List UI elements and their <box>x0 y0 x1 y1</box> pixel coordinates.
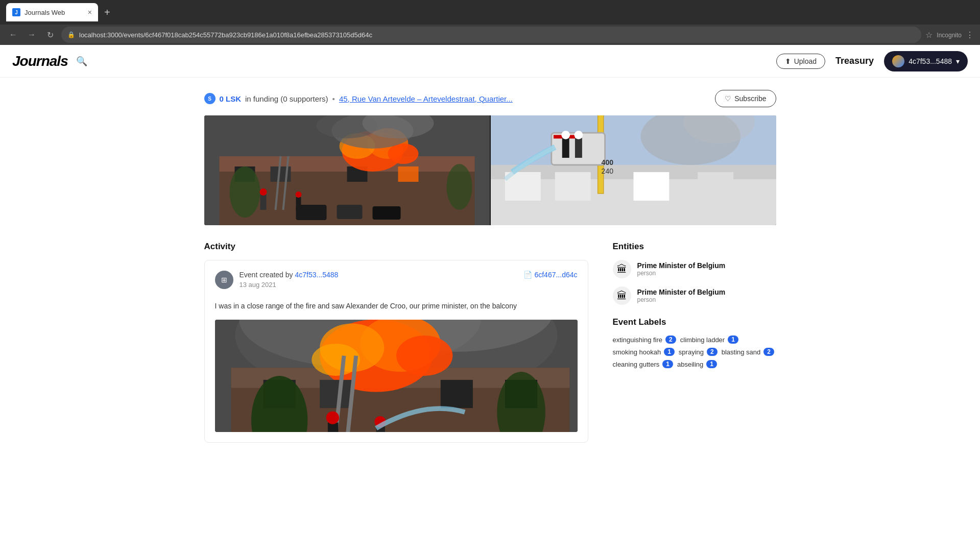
forward-button[interactable]: → <box>25 28 39 42</box>
browser-tab[interactable]: J Journals Web × <box>6 3 98 21</box>
search-icon[interactable]: 🔍 <box>76 56 87 67</box>
label-badge-0: 2 <box>665 336 676 344</box>
svg-text:400: 400 <box>601 158 613 166</box>
more-button[interactable]: ⋮ <box>966 30 974 40</box>
activity-avatar: ⊞ <box>215 271 233 289</box>
svg-rect-56 <box>320 380 352 408</box>
heart-icon: ♡ <box>725 94 731 103</box>
svg-rect-29 <box>555 172 590 201</box>
label-item-0[interactable]: extinguishing fire2 <box>613 336 676 344</box>
label-badge-3: 2 <box>707 348 718 356</box>
subscribe-label: Subscribe <box>734 94 766 103</box>
upload-icon: ⬆ <box>785 57 791 65</box>
label-item-6[interactable]: abseiling1 <box>677 360 717 368</box>
avatar-icon: ⊞ <box>221 276 227 284</box>
label-badge-1: 1 <box>728 336 738 344</box>
main-content: S 0 LSK in funding (0 supporters) • 45, … <box>184 78 797 455</box>
lsk-amount: 0 LSK <box>220 94 242 103</box>
lock-icon: 🔒 <box>67 31 75 38</box>
tab-close-btn[interactable]: × <box>88 8 92 16</box>
svg-rect-57 <box>440 380 472 408</box>
svg-point-14 <box>229 166 260 218</box>
activity-body: Event created by 4c7f53...5488 📄 6cf467.… <box>240 271 578 295</box>
reload-button[interactable]: ↻ <box>43 28 57 42</box>
svg-rect-30 <box>633 172 669 201</box>
creator-link[interactable]: 4c7f53...5488 <box>295 271 338 279</box>
subscribe-button[interactable]: ♡ Subscribe <box>715 90 776 107</box>
browser-actions: ☆ Incognito ⋮ <box>925 30 974 40</box>
funding-text: in funding (0 supporters) <box>245 94 328 103</box>
fire-scene-left <box>204 115 490 225</box>
svg-rect-38 <box>575 138 582 158</box>
svg-point-17 <box>259 188 267 196</box>
new-tab-btn[interactable]: + <box>104 7 110 18</box>
label-item-2[interactable]: smoking hookah1 <box>613 348 675 356</box>
back-button[interactable]: ← <box>6 28 20 42</box>
svg-point-15 <box>446 164 472 210</box>
app-logo[interactable]: Journals <box>12 53 68 69</box>
label-item-4[interactable]: blasting sand2 <box>722 348 774 356</box>
label-badge-4: 2 <box>763 348 774 356</box>
svg-point-37 <box>561 131 570 139</box>
address-bar[interactable]: 🔒 localhost:3000/events/6cf467f018cab254… <box>61 27 921 43</box>
activity-creator: Event created by 4c7f53...5488 <box>240 271 339 279</box>
entity-name-1: Prime Minister of Belgium <box>637 261 726 270</box>
entity-item-2: 🏛 Prime Minister of Belgium person <box>613 286 776 305</box>
browser-nav: ← → ↻ 🔒 localhost:3000/events/6cf467f018… <box>0 25 980 45</box>
activity-title: Activity <box>204 242 588 252</box>
svg-rect-6 <box>398 166 418 182</box>
doc-link[interactable]: 📄 6cf467...d64c <box>523 271 577 279</box>
label-item-1[interactable]: climbing ladder1 <box>680 336 738 344</box>
lsk-icon: S <box>204 93 216 104</box>
label-text-6: abseiling <box>677 361 703 368</box>
doc-icon: 📄 <box>523 271 532 279</box>
entities-title: Entities <box>613 242 776 252</box>
app-header: Journals 🔍 ⬆ Upload Treasury 4c7f53...54… <box>0 45 980 78</box>
label-text-3: spraying <box>679 348 704 356</box>
label-text-4: blasting sand <box>722 348 761 356</box>
activity-top: ⊞ Event created by 4c7f53...5488 📄 6cf46… <box>215 271 578 295</box>
entity-icon-1: 🏛 <box>613 260 631 278</box>
svg-point-10 <box>388 143 418 164</box>
svg-point-39 <box>574 131 583 139</box>
activity-section: Activity ⊞ Event created by 4c7f53...548… <box>204 242 588 443</box>
sidebar-section: Entities 🏛 Prime Minister of Belgium per… <box>613 242 776 443</box>
content-layout: Activity ⊞ Event created by 4c7f53...548… <box>204 242 776 443</box>
svg-point-53 <box>396 336 452 376</box>
location-link[interactable]: 45, Rue Van Artevelde – Arteveldestraat,… <box>339 94 513 103</box>
svg-rect-16 <box>260 195 266 210</box>
entity-icon-2: 🏛 <box>613 286 631 305</box>
label-badge-2: 1 <box>664 348 675 356</box>
wallet-chevron: ▾ <box>956 57 960 65</box>
star-button[interactable]: ☆ <box>925 30 933 40</box>
label-item-5[interactable]: cleaning gutters1 <box>613 360 673 368</box>
entity-info-2: Prime Minister of Belgium person <box>637 288 726 303</box>
activity-event-image <box>215 320 578 432</box>
entities-section: Entities 🏛 Prime Minister of Belgium per… <box>613 242 776 305</box>
upload-label: Upload <box>794 57 817 65</box>
incognito-label: Incognito <box>937 32 962 39</box>
gallery-image-right: 400 240 <box>491 115 776 225</box>
tab-title: Journals Web <box>25 9 84 16</box>
treasury-link[interactable]: Treasury <box>835 56 874 66</box>
incognito-button[interactable]: Incognito <box>937 30 962 39</box>
wallet-avatar <box>892 55 904 67</box>
entity-name-2: Prime Minister of Belgium <box>637 288 726 296</box>
labels-grid: extinguishing fire2climbing ladder1smoki… <box>613 336 776 368</box>
activity-card: ⊞ Event created by 4c7f53...5488 📄 6cf46… <box>204 260 588 443</box>
label-item-3[interactable]: spraying2 <box>679 348 718 356</box>
doc-link-text: 6cf467...d64c <box>534 271 577 279</box>
svg-point-19 <box>295 191 301 198</box>
upload-button[interactable]: ⬆ Upload <box>776 54 825 69</box>
entity-type-2: person <box>637 296 726 303</box>
event-labels-section: Event Labels extinguishing fire2climbing… <box>613 317 776 368</box>
svg-point-64 <box>326 411 339 424</box>
entity-item-1: 🏛 Prime Minister of Belgium person <box>613 260 776 278</box>
svg-rect-24 <box>372 206 400 220</box>
svg-rect-22 <box>296 205 326 220</box>
url-text: localhost:3000/events/6cf467f018cab254c5… <box>79 31 915 39</box>
activity-header: Event created by 4c7f53...5488 📄 6cf467.… <box>240 271 578 279</box>
svg-rect-36 <box>562 138 569 158</box>
wallet-button[interactable]: 4c7f53...5488 ▾ <box>884 51 968 71</box>
funding-info: S 0 LSK in funding (0 supporters) • 45, … <box>204 93 513 104</box>
